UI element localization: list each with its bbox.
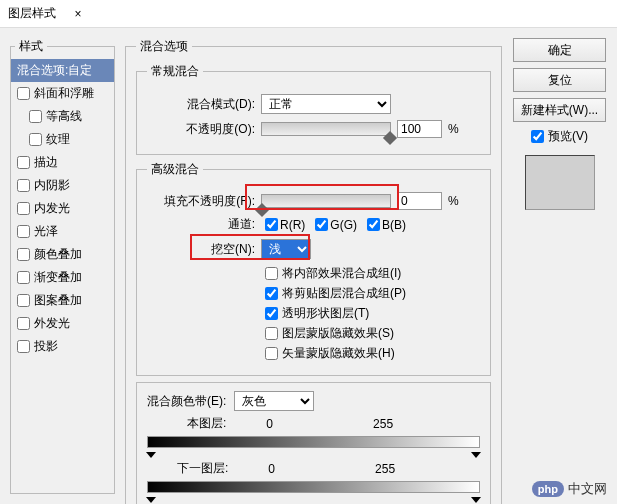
reset-button[interactable]: 复位: [513, 68, 606, 92]
opacity-unit: %: [448, 122, 459, 136]
this-layer-label: 本图层:: [187, 415, 226, 432]
preview-swatch: [525, 155, 595, 210]
slider-thumb-icon: [255, 203, 269, 217]
fill-opacity-unit: %: [448, 194, 459, 208]
opacity-input[interactable]: [397, 120, 442, 138]
channel-g[interactable]: G(G): [315, 218, 357, 232]
blendmode-select[interactable]: 正常: [261, 94, 391, 114]
style-checkbox[interactable]: [17, 202, 30, 215]
blendmode-label: 混合模式(D):: [147, 96, 255, 113]
sidebar-item[interactable]: 投影: [11, 335, 114, 358]
fill-opacity-input[interactable]: [397, 192, 442, 210]
sidebar-item-label: 渐变叠加: [34, 269, 82, 286]
blend-if: 混合颜色带(E): 灰色 本图层: 0 255 下一图层: 0 255: [136, 382, 491, 504]
sidebar-item-label: 投影: [34, 338, 58, 355]
slider-thumb-icon: [383, 131, 397, 145]
close-icon: ×: [74, 7, 81, 21]
sidebar-item[interactable]: 颜色叠加: [11, 243, 114, 266]
under-layer-gradient[interactable]: [147, 481, 480, 493]
php-badge-icon: php: [532, 481, 564, 497]
sidebar-item[interactable]: 等高线: [11, 105, 114, 128]
style-checkbox[interactable]: [29, 133, 42, 146]
watermark: php 中文网: [532, 480, 607, 498]
style-checkbox[interactable]: [17, 294, 30, 307]
opacity-label: 不透明度(O):: [147, 121, 255, 138]
under-layer-label: 下一图层:: [177, 460, 228, 477]
new-style-button[interactable]: 新建样式(W)...: [513, 98, 606, 122]
sidebar-item[interactable]: 光泽: [11, 220, 114, 243]
slider-handle-icon[interactable]: [471, 497, 481, 503]
sidebar-item-label: 斜面和浮雕: [34, 85, 94, 102]
channel-b[interactable]: B(B): [367, 218, 406, 232]
sidebar-item[interactable]: 内阴影: [11, 174, 114, 197]
chk-clipped[interactable]: [265, 287, 278, 300]
advanced-blending: 高级混合 填充不透明度(F): % 通道: R(R) G(G) B(B) 挖空: [136, 161, 491, 376]
under-high: 255: [375, 462, 395, 476]
under-low: 0: [268, 462, 275, 476]
sidebar-item-label: 等高线: [46, 108, 82, 125]
chk-interior[interactable]: [265, 267, 278, 280]
slider-handle-icon[interactable]: [146, 497, 156, 503]
sidebar-item-label: 颜色叠加: [34, 246, 82, 263]
watermark-text: 中文网: [568, 480, 607, 498]
channel-g-checkbox[interactable]: [315, 218, 328, 231]
sidebar-item[interactable]: 斜面和浮雕: [11, 82, 114, 105]
chk-layermask[interactable]: [265, 327, 278, 340]
style-checkbox[interactable]: [17, 317, 30, 330]
style-checkbox[interactable]: [17, 156, 30, 169]
main-panel: 混合选项 常规混合 混合模式(D): 正常 不透明度(O): %: [125, 38, 502, 494]
sidebar-item[interactable]: 外发光: [11, 312, 114, 335]
knockout-label: 挖空(N):: [147, 241, 255, 258]
sidebar-item-label: 内发光: [34, 200, 70, 217]
style-checkbox[interactable]: [17, 271, 30, 284]
knockout-select[interactable]: 浅: [261, 239, 311, 259]
this-layer-gradient[interactable]: [147, 436, 480, 448]
style-checkbox[interactable]: [17, 225, 30, 238]
sidebar-item[interactable]: 描边: [11, 151, 114, 174]
sidebar-item-label: 外发光: [34, 315, 70, 332]
opacity-slider[interactable]: [261, 122, 391, 136]
sidebar-item[interactable]: 渐变叠加: [11, 266, 114, 289]
channel-b-checkbox[interactable]: [367, 218, 380, 231]
general-blending: 常规混合 混合模式(D): 正常 不透明度(O): %: [136, 63, 491, 155]
sidebar-item-label: 描边: [34, 154, 58, 171]
slider-handle-icon[interactable]: [471, 452, 481, 458]
styles-list: 样式 混合选项:自定斜面和浮雕等高线纹理描边内阴影内发光光泽颜色叠加渐变叠加图案…: [10, 38, 115, 494]
window-title: 图层样式: [8, 5, 56, 22]
fill-opacity-slider[interactable]: [261, 194, 391, 208]
sidebar-item[interactable]: 图案叠加: [11, 289, 114, 312]
style-checkbox[interactable]: [17, 248, 30, 261]
style-checkbox[interactable]: [17, 87, 30, 100]
channel-r[interactable]: R(R): [265, 218, 305, 232]
this-high: 255: [373, 417, 393, 431]
main-legend: 混合选项: [136, 38, 192, 55]
this-low: 0: [266, 417, 273, 431]
preview-toggle[interactable]: 预览(V): [531, 128, 588, 145]
general-legend: 常规混合: [147, 63, 203, 80]
advanced-legend: 高级混合: [147, 161, 203, 178]
sidebar-item[interactable]: 内发光: [11, 197, 114, 220]
blendif-channel-select[interactable]: 灰色: [234, 391, 314, 411]
sidebar-item-label: 混合选项:自定: [17, 62, 92, 79]
slider-handle-icon[interactable]: [146, 452, 156, 458]
sidebar-item[interactable]: 纹理: [11, 128, 114, 151]
blending-options-panel: 混合选项 常规混合 混合模式(D): 正常 不透明度(O): %: [125, 38, 502, 504]
channel-r-checkbox[interactable]: [265, 218, 278, 231]
sidebar-item[interactable]: 混合选项:自定: [11, 59, 114, 82]
style-checkbox[interactable]: [17, 340, 30, 353]
style-checkbox[interactable]: [17, 179, 30, 192]
channels-label: 通道:: [147, 216, 255, 233]
sidebar-item-label: 内阴影: [34, 177, 70, 194]
preview-checkbox[interactable]: [531, 130, 544, 143]
ok-button[interactable]: 确定: [513, 38, 606, 62]
fill-opacity-label: 填充不透明度(F):: [147, 193, 255, 210]
style-checkbox[interactable]: [29, 110, 42, 123]
chk-transparency[interactable]: [265, 307, 278, 320]
sidebar-item-label: 图案叠加: [34, 292, 82, 309]
content: 样式 混合选项:自定斜面和浮雕等高线纹理描边内阴影内发光光泽颜色叠加渐变叠加图案…: [0, 28, 617, 504]
sidebar-item-label: 光泽: [34, 223, 58, 240]
sidebar: 样式 混合选项:自定斜面和浮雕等高线纹理描边内阴影内发光光泽颜色叠加渐变叠加图案…: [10, 38, 115, 494]
close-button[interactable]: ×: [56, 0, 100, 28]
chk-vectormask[interactable]: [265, 347, 278, 360]
sidebar-item-label: 纹理: [46, 131, 70, 148]
